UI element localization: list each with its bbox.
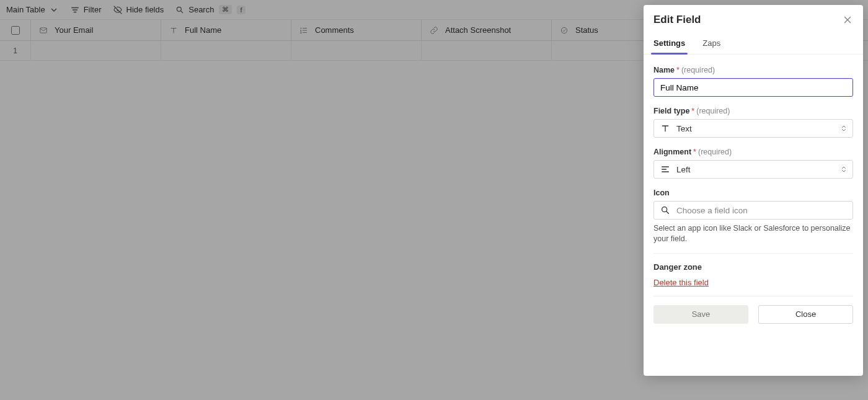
icon-picker[interactable]: Choose a field icon — [653, 201, 853, 220]
panel-tabs: Settings Zaps — [644, 35, 863, 55]
close-icon[interactable] — [842, 14, 853, 25]
alignment-select[interactable]: Left — [653, 160, 853, 179]
text-icon — [660, 123, 670, 133]
divider — [653, 253, 853, 254]
fieldtype-select[interactable]: Text — [653, 119, 853, 138]
tab-settings[interactable]: Settings — [653, 35, 685, 54]
edit-field-panel: Edit Field Settings Zaps Name * (require… — [644, 5, 863, 376]
name-input[interactable] — [653, 78, 853, 97]
delete-field-link[interactable]: Delete this field — [653, 278, 853, 287]
icon-placeholder: Choose a field icon — [676, 206, 748, 215]
alignment-value: Left — [676, 165, 691, 174]
fieldtype-label: Field type * (required) — [653, 107, 853, 115]
save-button[interactable]: Save — [653, 305, 748, 324]
svg-point-3 — [662, 207, 667, 212]
sort-icon — [840, 166, 848, 173]
sort-icon — [840, 125, 848, 132]
close-button[interactable]: Close — [758, 305, 853, 324]
divider — [653, 296, 853, 296]
tab-zaps[interactable]: Zaps — [702, 35, 720, 54]
fieldtype-value: Text — [676, 124, 692, 133]
panel-title: Edit Field — [653, 14, 701, 26]
align-left-icon — [660, 164, 670, 174]
icon-label: Icon — [653, 189, 853, 197]
search-icon — [660, 205, 670, 215]
danger-zone-title: Danger zone — [653, 262, 853, 272]
icon-help-text: Select an app icon like Slack or Salesfo… — [653, 223, 853, 244]
name-label: Name * (required) — [653, 66, 853, 74]
alignment-label: Alignment * (required) — [653, 148, 853, 156]
